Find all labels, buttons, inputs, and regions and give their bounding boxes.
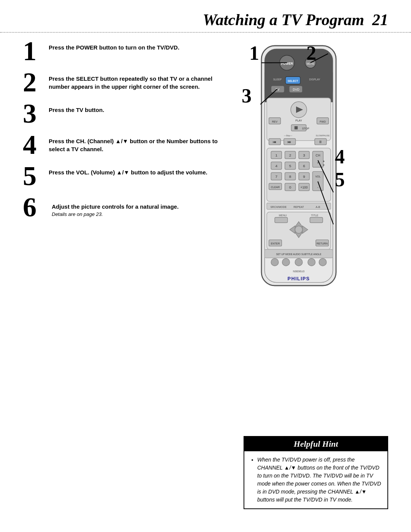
svg-point-93 [319,259,327,266]
svg-text:SRCH/MODE: SRCH/MODE [270,206,287,208]
remote-column: 1 2 3 4 5 POWER [228,40,362,298]
step-1: 1 Press the POWER button to turn on the … [23,40,221,65]
step-6-text: Adjust the picture controls for a natura… [49,200,178,211]
step-2-text: Press the SELECT button repeatedly so th… [46,72,221,91]
step-4-number: 4 [23,131,46,158]
svg-text:ENTER: ENTER [271,242,280,245]
svg-text:RETURN: RETURN [317,242,328,245]
helpful-hint-header: Helpful Hint [244,437,387,451]
svg-text:⏮: ⏮ [273,140,277,144]
svg-point-90 [282,259,290,266]
svg-text:N9B96U0: N9B96U0 [293,270,304,273]
svg-text:9: 9 [303,174,305,179]
main-content: 1 Press the POWER button to turn on the … [0,33,411,305]
svg-text:-: - [317,185,319,189]
svg-text:—Skip—: —Skip— [284,134,292,137]
svg-text:SLOW/PAUSE: SLOW/PAUSE [316,134,330,137]
page-title-area: Watching a TV Program 21 [0,0,411,33]
step-1-number: 1 [23,37,46,65]
svg-text:▼: ▼ [322,164,325,166]
helpful-hint-item: When the TV/DVD power is off, press the … [257,456,381,504]
svg-text:CH: CH [315,153,320,157]
svg-text:DVD: DVD [293,88,299,91]
helpful-hint-list: When the TV/DVD power is off, press the … [250,456,381,504]
svg-text:8: 8 [289,174,292,179]
svg-point-89 [271,259,279,266]
svg-text:A-B: A-B [316,206,320,208]
callout-5: 5 [335,170,345,190]
remote-svg: POWER MUTE SLEEP SELECT DISPLAY TV DVD [245,40,352,296]
page-title: Watching a TV Program 21 [0,11,388,29]
svg-text:REPEAT: REPEAT [293,206,304,208]
svg-text:PLAY: PLAY [295,119,302,122]
helpful-hint-body: When the TV/DVD power is off, press the … [244,451,387,508]
step-4-text: Press the CH. (Channel) ▲/▼ button or th… [46,134,221,153]
svg-text:VOL: VOL [315,175,320,178]
svg-text:7: 7 [275,174,277,179]
step-3: 3 Press the TV button. [23,103,221,127]
svg-text:TITLE: TITLE [311,214,318,217]
step-2: 2 Press the SELECT button repeatedly so … [23,72,221,96]
svg-rect-25 [295,126,298,129]
svg-text:CLEAR: CLEAR [271,186,280,189]
svg-text:⏸: ⏸ [319,140,322,144]
helpful-hint-area: Helpful Hint When the TV/DVD power is of… [244,436,388,509]
svg-text:0: 0 [289,185,292,189]
svg-text:▲: ▲ [322,160,325,162]
svg-text:+100: +100 [301,185,308,189]
svg-text:STOP: STOP [302,127,309,130]
page-number: 21 [372,11,388,29]
step-1-text: Press the POWER button to turn on the TV… [46,40,179,51]
svg-text:PHILIPS: PHILIPS [288,276,310,281]
svg-text:FWD: FWD [320,120,326,123]
callout-2: 2 [306,43,316,63]
callout-1: 1 [249,43,259,63]
remote-container: 1 2 3 4 5 POWER [238,40,352,298]
step-5: 5 Press the VOL. (Volume) ▲/▼ button to … [23,165,221,190]
step-6: 6 Adjust the picture controls for a natu… [23,197,221,221]
svg-text:2: 2 [289,153,291,157]
svg-point-92 [308,259,315,266]
svg-text:SELECT: SELECT [288,80,298,82]
step-3-number: 3 [23,100,46,127]
step-2-number: 2 [23,69,46,96]
svg-text:6: 6 [303,164,305,168]
svg-text:1: 1 [275,153,277,157]
svg-text:⏭: ⏭ [288,140,292,144]
svg-text:REV: REV [272,120,278,123]
step-3-text: Press the TV button. [46,103,104,114]
helpful-hint-box: Helpful Hint When the TV/DVD power is of… [244,436,388,509]
step-6-note: Details are on page 23. [49,211,178,217]
step-4: 4 Press the CH. (Channel) ▲/▼ button or … [23,134,221,158]
callout-4: 4 [335,147,345,167]
title-text: Watching a TV Program [203,11,364,29]
svg-text:5: 5 [289,164,292,168]
callout-3: 3 [242,86,252,106]
svg-text:SLEEP: SLEEP [273,78,282,81]
instructions-column: 1 Press the POWER button to turn on the … [23,40,221,298]
svg-text:SET UP  MODE  AUDIO  SUBTITLE : SET UP MODE AUDIO SUBTITLE ANGLE [276,253,321,256]
svg-text:DISPLAY: DISPLAY [309,78,320,81]
svg-point-82 [295,226,303,233]
step-5-number: 5 [23,162,46,190]
svg-text:MENU: MENU [279,214,287,217]
svg-text:3: 3 [303,153,305,157]
svg-rect-77 [310,217,323,223]
svg-point-91 [295,259,303,266]
svg-rect-76 [275,217,288,223]
step-5-text: Press the VOL. (Volume) ▲/▼ button to ad… [46,165,207,176]
step-6-number: 6 [23,193,46,221]
svg-text:4: 4 [275,164,277,168]
